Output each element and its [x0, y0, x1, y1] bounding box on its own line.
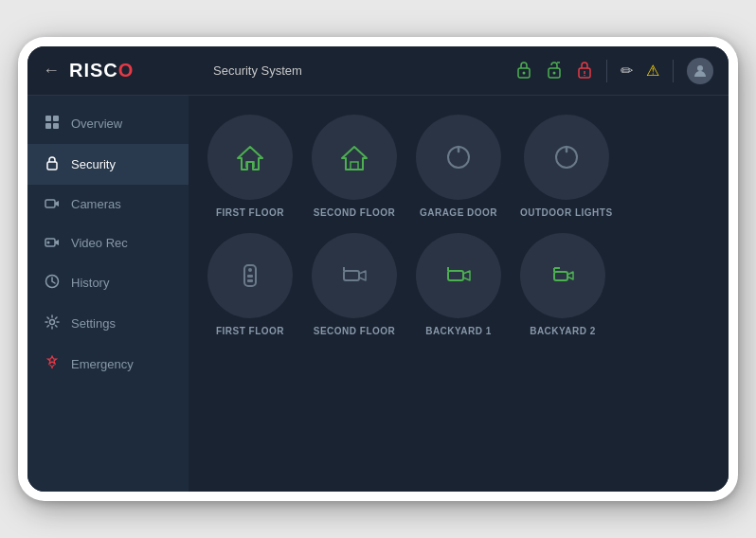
security-icon — [43, 155, 62, 173]
video-rec-icon — [43, 235, 62, 251]
avatar[interactable] — [687, 58, 713, 84]
lock-armed-icon[interactable] — [515, 60, 532, 82]
main-layout: Overview Security — [27, 96, 729, 492]
device-row-1: FIRST FLOOR SECOND FLOOR — [207, 115, 710, 218]
sidebar-label-overview: Overview — [71, 117, 122, 131]
svg-rect-30 — [448, 271, 463, 280]
sidebar-label-video-rec: Video Rec — [71, 236, 128, 250]
lock-alert-icon[interactable] — [576, 60, 593, 82]
device-circle-first-floor-cam[interactable] — [207, 233, 293, 318]
content-area: FIRST FLOOR SECOND FLOOR — [189, 96, 729, 492]
device-label-outdoor-lights: OUTDOOR LIGHTS — [520, 207, 613, 218]
svg-rect-9 — [45, 116, 51, 121]
device-backyard1[interactable]: BACKYARD 1 — [416, 233, 501, 336]
svg-rect-12 — [53, 123, 59, 129]
device-circle-second-floor[interactable] — [312, 115, 397, 200]
logo-accent: O — [118, 60, 135, 81]
svg-rect-13 — [47, 162, 57, 170]
header-left: ← RISCO — [43, 60, 213, 81]
sidebar-item-history[interactable]: History — [27, 262, 189, 303]
svg-rect-11 — [45, 123, 51, 129]
svg-rect-10 — [53, 116, 59, 121]
device-circle-garage-door[interactable] — [416, 115, 501, 200]
header-icons: ✏ ⚠ — [515, 58, 713, 84]
header-divider — [606, 60, 607, 82]
sidebar-item-emergency[interactable]: Emergency — [27, 344, 189, 385]
tablet-screen: ← RISCO Security System — [27, 46, 729, 492]
device-first-floor-cam[interactable]: FIRST FLOOR — [207, 233, 293, 336]
device-second-floor[interactable]: SECOND FLOOR — [312, 115, 397, 218]
svg-point-18 — [50, 320, 55, 325]
header-divider2 — [673, 60, 674, 82]
device-label-backyard1: BACKYARD 1 — [425, 326, 492, 336]
device-label-first-floor-cam: FIRST FLOOR — [216, 326, 284, 336]
device-row-2: FIRST FLOOR SECOND FLOOR — [207, 233, 710, 336]
tablet-shell: ← RISCO Security System — [18, 37, 738, 501]
device-label-second-floor-cam: SECOND FLOOR — [314, 326, 396, 336]
svg-point-1 — [523, 71, 526, 74]
device-second-floor-cam[interactable]: SECOND FLOOR — [312, 233, 397, 336]
sidebar-item-video-rec[interactable]: Video Rec — [27, 224, 189, 262]
sidebar-item-cameras[interactable]: Cameras — [27, 185, 189, 224]
device-circle-backyard2[interactable] — [520, 233, 605, 318]
device-first-floor[interactable]: FIRST FLOOR — [207, 115, 293, 218]
device-outdoor-lights[interactable]: OUTDOOR LIGHTS — [520, 115, 613, 218]
svg-point-4 — [553, 71, 556, 74]
svg-rect-27 — [247, 279, 253, 282]
device-circle-second-floor-cam[interactable] — [312, 233, 397, 318]
svg-point-25 — [248, 268, 252, 272]
header-title: Security System — [213, 63, 515, 78]
overview-icon — [43, 115, 62, 133]
device-label-backyard2: BACKYARD 2 — [530, 326, 596, 336]
sidebar-item-overview[interactable]: Overview — [27, 103, 189, 144]
sidebar-item-settings[interactable]: Settings — [27, 303, 189, 344]
device-garage-door[interactable]: GARAGE DOOR — [416, 115, 501, 218]
device-circle-backyard1[interactable] — [416, 233, 501, 318]
svg-rect-28 — [344, 271, 359, 280]
sidebar-label-emergency: Emergency — [71, 357, 134, 371]
history-icon — [43, 274, 62, 292]
svg-rect-14 — [45, 200, 55, 207]
device-backyard2[interactable]: BACKYARD 2 — [520, 233, 605, 336]
svg-rect-26 — [247, 275, 253, 278]
svg-point-7 — [584, 74, 585, 76]
lock-partial-icon[interactable] — [546, 60, 563, 82]
svg-point-8 — [697, 65, 703, 71]
sidebar-label-security: Security — [71, 157, 116, 171]
device-label-second-floor: SECOND FLOOR — [314, 207, 396, 218]
warning-icon[interactable]: ⚠ — [646, 62, 659, 80]
sidebar-item-security[interactable]: Security — [27, 144, 189, 185]
logo: RISCO — [69, 60, 134, 81]
header: ← RISCO Security System — [27, 46, 729, 96]
edit-icon[interactable]: ✏ — [621, 62, 633, 80]
device-circle-first-floor[interactable] — [207, 115, 293, 200]
device-label-garage-door: GARAGE DOOR — [420, 207, 497, 218]
device-label-first-floor: FIRST FLOOR — [216, 207, 284, 218]
back-button[interactable]: ← — [43, 61, 60, 81]
emergency-icon — [43, 355, 62, 373]
sidebar-label-cameras: Cameras — [71, 197, 121, 211]
sidebar-label-history: History — [71, 276, 109, 290]
svg-point-16 — [47, 242, 50, 244]
cameras-icon — [43, 196, 62, 212]
device-circle-outdoor-lights[interactable] — [524, 115, 609, 200]
sidebar: Overview Security — [27, 96, 189, 492]
svg-rect-32 — [554, 272, 567, 280]
sidebar-label-settings: Settings — [71, 316, 116, 331]
settings-icon — [43, 314, 62, 332]
